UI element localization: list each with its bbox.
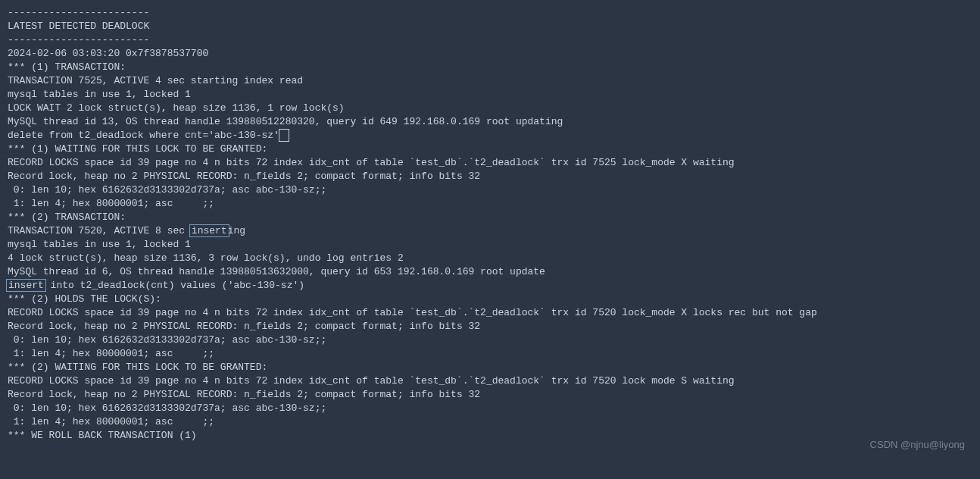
log-line: 1: len 4; hex 80000001; asc ;;	[8, 197, 972, 211]
cursor	[279, 129, 289, 142]
log-text: ing	[228, 225, 245, 236]
log-line: LATEST DETECTED DEADLOCK	[8, 20, 972, 33]
log-line: 0: len 10; hex 6162632d3133302d737a; asc…	[8, 333, 972, 347]
log-line: TRANSACTION 7520, ACTIVE 8 sec inserting	[8, 224, 972, 238]
log-line: *** (1) WAITING FOR THIS LOCK TO BE GRAN…	[8, 142, 972, 156]
log-line: Record lock, heap no 2 PHYSICAL RECORD: …	[8, 388, 972, 402]
log-line: 1: len 4; hex 80000001; asc ;;	[8, 347, 972, 361]
log-line: ------------------------	[8, 33, 972, 47]
log-line: *** (2) WAITING FOR THIS LOCK TO BE GRAN…	[8, 361, 972, 374]
log-line: *** WE ROLL BACK TRANSACTION (1)	[8, 429, 972, 443]
log-line: *** (2) TRANSACTION:	[8, 211, 972, 224]
log-line: Record lock, heap no 2 PHYSICAL RECORD: …	[8, 320, 972, 333]
log-line: mysql tables in use 1, locked 1	[8, 88, 972, 102]
log-line: RECORD LOCKS space id 39 page no 4 n bit…	[8, 306, 972, 320]
log-line: insert into t2_deadlock(cnt) values ('ab…	[8, 279, 972, 293]
log-line: ------------------------	[8, 6, 972, 20]
log-line: LOCK WAIT 2 lock struct(s), heap size 11…	[8, 102, 972, 115]
log-line: *** (2) HOLDS THE LOCK(S):	[8, 293, 972, 306]
log-line: delete from t2_deadlock where cnt='abc-1…	[8, 129, 972, 142]
log-text: into t2_deadlock(cnt) values ('abc-130-s…	[45, 280, 304, 291]
log-line: mysql tables in use 1, locked 1	[8, 238, 972, 252]
log-line: RECORD LOCKS space id 39 page no 4 n bit…	[8, 374, 972, 388]
log-text: TRANSACTION 7520, ACTIVE 8 sec	[8, 225, 191, 236]
log-line: MySQL thread id 6, OS thread handle 1398…	[8, 265, 972, 279]
log-line: 0: len 10; hex 6162632d3133302d737a; asc…	[8, 402, 972, 415]
log-line: 0: len 10; hex 6162632d3133302d737a; asc…	[8, 183, 972, 197]
watermark: CSDN @njnu@liyong	[870, 438, 965, 452]
log-line: Record lock, heap no 2 PHYSICAL RECORD: …	[8, 170, 972, 183]
log-line: 1: len 4; hex 80000001; asc ;;	[8, 415, 972, 429]
log-line: RECORD LOCKS space id 39 page no 4 n bit…	[8, 156, 972, 170]
log-line: *** (1) TRANSACTION:	[8, 61, 972, 74]
log-line: TRANSACTION 7525, ACTIVE 4 sec starting …	[8, 74, 972, 88]
terminal-output: ------------------------ LATEST DETECTED…	[0, 0, 980, 479]
highlight-box: insert	[6, 279, 46, 292]
log-text: delete from t2_deadlock where cnt='abc-1…	[8, 130, 279, 141]
log-line: 4 lock struct(s), heap size 1136, 3 row …	[8, 252, 972, 265]
log-line: 2024-02-06 03:03:20 0x7f3878537700	[8, 47, 972, 61]
highlight-box: insert	[189, 224, 229, 237]
log-line: MySQL thread id 13, OS thread handle 139…	[8, 115, 972, 129]
